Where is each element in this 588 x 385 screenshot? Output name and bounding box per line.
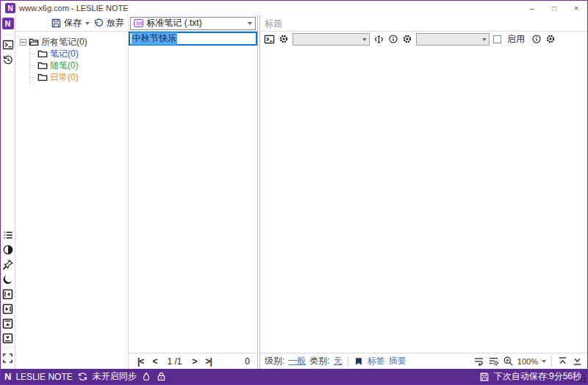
window-title: www.x6g.com - LESLIE NOTE [19, 4, 521, 12]
sync-arrows-icon [77, 371, 88, 382]
lines-gear-icon [488, 356, 499, 367]
save-options-caret-icon[interactable] [85, 22, 90, 27]
sync-button[interactable] [77, 371, 88, 382]
category-value-link[interactable]: 无 [334, 355, 343, 367]
note-body-editor[interactable] [260, 46, 587, 353]
status-bar: N LESLIE NOTE 未开启同步 下次自动保存:9分56秒 [1, 369, 587, 384]
scroll-bottom-icon [572, 356, 583, 367]
folder-icon [37, 48, 48, 59]
history-button[interactable] [1, 52, 15, 67]
autosave-button[interactable] [479, 372, 490, 382]
collapse-right-panel-button[interactable] [1, 301, 15, 316]
note-meta-bar: 级别: 一般 类别: 无 标签 摘要 100% [260, 353, 587, 369]
divider [551, 356, 552, 367]
console-button[interactable] [1, 37, 15, 52]
summary-link[interactable]: 摘要 [389, 355, 406, 367]
scroll-to-top-button[interactable] [557, 356, 568, 367]
lock-button[interactable] [156, 371, 167, 382]
word-wrap-button[interactable] [473, 356, 484, 367]
zoom-button[interactable] [503, 356, 514, 367]
zoom-caret-icon[interactable] [542, 360, 546, 365]
tree-item-label: 笔记(0) [50, 48, 79, 60]
word-wrap-icon [473, 356, 484, 367]
terminal-icon [2, 39, 14, 51]
template-select[interactable] [293, 33, 370, 46]
scroll-to-bottom-button[interactable] [572, 356, 583, 367]
level-label: 级别: [265, 355, 284, 367]
left-icon-rail: N [1, 15, 15, 369]
next-page-button[interactable]: > [187, 356, 201, 367]
note-type-select[interactable]: .txt 标准笔记 (.txt) [130, 17, 256, 30]
folder-panel: 保存 放弃 所有笔记(0) 笔记(0) [15, 15, 129, 369]
bookmark-icon [354, 356, 364, 367]
editor-panel: 启用 级别: 一般 类别: 无 标签 摘要 100% [259, 15, 587, 369]
tree-root-label: 所有笔记(0) [41, 36, 87, 48]
tree-children: 笔记(0) 随笔(0) 日常(0) [29, 48, 126, 83]
last-page-button[interactable]: >| [201, 356, 215, 367]
tags-link[interactable]: 标签 [368, 355, 385, 367]
more-settings-button[interactable] [545, 34, 556, 44]
chevron-down-icon [482, 38, 487, 43]
collapse-bottom-panel-button[interactable] [1, 331, 15, 345]
divider [348, 356, 348, 367]
minimize-button[interactable]: – [521, 1, 543, 15]
tree-root-all-notes[interactable]: 所有笔记(0) [20, 36, 126, 48]
note-folder-tree: 所有笔记(0) 笔记(0) 随笔(0) 日常(0) [15, 32, 128, 369]
tags-button[interactable] [354, 356, 364, 367]
contrast-theme-button[interactable] [1, 242, 15, 257]
save-toolbar: 保存 放弃 [15, 15, 128, 32]
text-cursor-icon [373, 34, 384, 45]
first-page-button[interactable]: |< [133, 356, 148, 367]
ink-theme-button[interactable] [141, 372, 151, 382]
tree-item-daily[interactable]: 日常(0) [30, 71, 126, 83]
discard-button[interactable]: 放弃 [91, 16, 126, 30]
list-icon [2, 229, 14, 241]
undo-icon [93, 18, 104, 29]
app-logo-icon: N [5, 3, 15, 13]
save-floppy-icon [51, 18, 62, 29]
enable-info-button[interactable] [531, 34, 542, 44]
note-list-item-selected[interactable]: 中秋节快乐 [129, 32, 257, 46]
tree-item-essays[interactable]: 随笔(0) [30, 60, 126, 71]
insert-cursor-button[interactable] [373, 34, 384, 45]
collapse-top-panel-button[interactable] [1, 316, 15, 331]
resize-grip[interactable] [576, 373, 587, 384]
tree-expander[interactable] [20, 39, 26, 46]
night-mode-button[interactable] [1, 272, 15, 287]
level-value-link[interactable]: 一般 [288, 355, 306, 367]
fullscreen-button[interactable] [1, 350, 15, 365]
collapse-left-panel-button[interactable] [1, 287, 15, 301]
script-settings-button[interactable] [402, 34, 412, 44]
zoom-level[interactable]: 100% [517, 357, 538, 366]
fullscreen-icon [2, 353, 13, 364]
gear-icon [279, 34, 289, 44]
maximize-button[interactable]: □ [543, 1, 565, 15]
enable-checkbox-label[interactable]: 启用 [507, 33, 525, 46]
droplet-icon [141, 372, 151, 382]
category-label: 类别: [309, 355, 329, 367]
moon-icon [2, 273, 14, 285]
enable-checkbox[interactable] [493, 35, 501, 43]
close-button[interactable]: × [565, 1, 587, 15]
previous-page-button[interactable]: < [148, 356, 161, 367]
status-app-name: LESLIE NOTE [15, 372, 72, 382]
tree-item-notes[interactable]: 笔记(0) [30, 48, 126, 60]
panel-up-icon [2, 318, 13, 329]
tree-item-label: 日常(0) [50, 71, 79, 84]
run-script-button[interactable] [264, 34, 275, 45]
outline-list-button[interactable] [1, 228, 15, 242]
save-button[interactable]: 保存 [49, 16, 84, 30]
template-settings-button[interactable] [279, 34, 289, 44]
script-select[interactable] [416, 33, 490, 46]
note-list: 中秋节快乐 [129, 32, 257, 353]
discard-button-label: 放弃 [107, 17, 124, 29]
template-info-button[interactable] [388, 34, 398, 44]
pin-window-button[interactable] [1, 257, 15, 272]
chevron-down-icon [362, 38, 367, 43]
pushpin-icon [2, 259, 14, 270]
note-count: 0 [245, 356, 253, 367]
history-clock-icon [2, 54, 14, 65]
app-window: N www.x6g.com - LESLIE NOTE – □ × N [0, 0, 588, 385]
format-settings-button[interactable] [488, 356, 499, 367]
note-title-input[interactable] [265, 18, 583, 29]
